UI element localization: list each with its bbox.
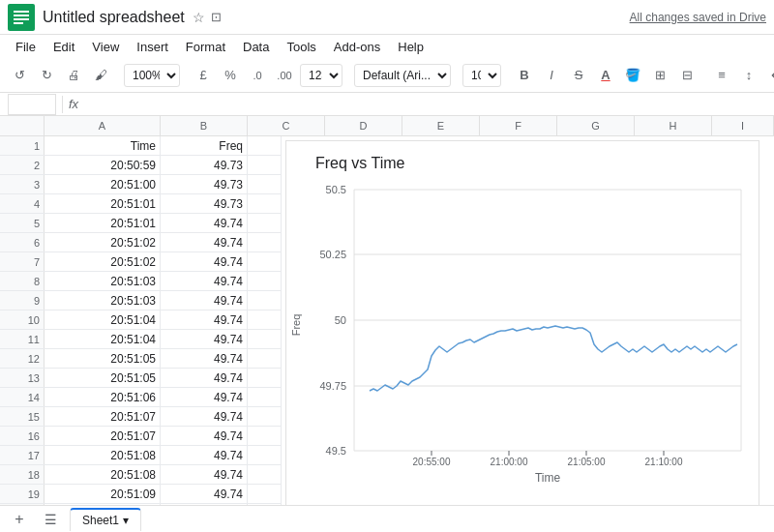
cell-freq[interactable]: 49.74 xyxy=(161,465,248,485)
bold-button[interactable]: B xyxy=(513,64,536,87)
cell-freq[interactable]: 49.74 xyxy=(161,272,248,291)
table-row[interactable]: 520:51:0149.74 xyxy=(0,214,281,233)
cell-freq[interactable]: 49.74 xyxy=(161,233,248,252)
currency-button[interactable]: £ xyxy=(192,64,215,87)
text-color-button[interactable]: A xyxy=(594,64,617,87)
col-header-h[interactable]: H xyxy=(635,116,712,135)
font-size-select[interactable]: 10 xyxy=(462,64,501,87)
table-row[interactable]: 1TimeFreq xyxy=(0,136,281,156)
col-header-f[interactable]: F xyxy=(480,116,557,135)
cell-time[interactable]: 20:51:01 xyxy=(45,214,161,233)
decimal-increase-button[interactable]: .00 xyxy=(273,64,296,87)
table-row[interactable]: 1820:51:0849.74 xyxy=(0,465,281,485)
cell-empty[interactable] xyxy=(248,156,281,175)
cell-empty[interactable] xyxy=(248,446,281,465)
cell-time[interactable]: 20:51:02 xyxy=(45,252,161,272)
cell-time[interactable]: 20:51:00 xyxy=(45,175,161,194)
cell-time[interactable]: 20:51:09 xyxy=(45,485,161,504)
cell-time[interactable]: 20:51:04 xyxy=(45,310,161,330)
strikethrough-button[interactable]: S xyxy=(567,64,590,87)
table-row[interactable]: 1220:51:0549.74 xyxy=(0,349,281,369)
cell-freq[interactable]: 49.74 xyxy=(161,388,248,407)
table-row[interactable]: 820:51:0349.74 xyxy=(0,272,281,291)
menu-addons[interactable]: Add-ons xyxy=(326,38,388,56)
align-button[interactable]: ≡ xyxy=(710,64,733,87)
fill-color-button[interactable]: 🪣 xyxy=(621,64,644,87)
percent-button[interactable]: % xyxy=(219,64,242,87)
cell-freq[interactable]: Freq xyxy=(161,136,248,156)
cell-time[interactable]: 20:51:06 xyxy=(45,388,161,407)
col-header-d[interactable]: D xyxy=(325,116,402,135)
cell-freq[interactable]: 49.74 xyxy=(161,504,248,505)
col-header-i[interactable]: I xyxy=(712,116,774,135)
menu-view[interactable]: View xyxy=(84,38,127,56)
cell-time[interactable]: 20:51:01 xyxy=(45,194,161,214)
cell-freq[interactable]: 49.74 xyxy=(161,407,248,427)
cell-time[interactable]: 20:51:05 xyxy=(45,369,161,388)
cell-empty[interactable] xyxy=(248,194,281,214)
table-row[interactable]: 2020:51:0949.74 xyxy=(0,504,281,505)
cell-empty[interactable] xyxy=(248,465,281,485)
cell-empty[interactable] xyxy=(248,349,281,369)
print-button[interactable]: 🖨 xyxy=(62,64,85,87)
table-row[interactable]: 420:51:0149.73 xyxy=(0,194,281,214)
cell-time[interactable]: Time xyxy=(45,136,161,156)
table-row[interactable]: 320:51:0049.73 xyxy=(0,175,281,194)
cell-empty[interactable] xyxy=(248,310,281,330)
col-header-g[interactable]: G xyxy=(557,116,635,135)
cell-freq[interactable]: 49.74 xyxy=(161,291,248,310)
decimal-decrease-button[interactable]: .0 xyxy=(246,64,269,87)
menu-format[interactable]: Format xyxy=(178,38,233,56)
cell-freq[interactable]: 49.73 xyxy=(161,156,248,175)
cell-time[interactable]: 20:51:05 xyxy=(45,349,161,369)
table-row[interactable]: 220:50:5949.73 xyxy=(0,156,281,175)
table-row[interactable]: 620:51:0249.74 xyxy=(0,233,281,252)
table-row[interactable]: 720:51:0249.74 xyxy=(0,252,281,272)
cell-time[interactable]: 20:51:08 xyxy=(45,465,161,485)
col-header-e[interactable]: E xyxy=(402,116,480,135)
cell-time[interactable]: 20:50:59 xyxy=(45,156,161,175)
menu-data[interactable]: Data xyxy=(235,38,277,56)
menu-file[interactable]: File xyxy=(8,38,44,56)
col-header-b[interactable]: B xyxy=(161,116,248,135)
cell-empty[interactable] xyxy=(248,369,281,388)
cell-time[interactable]: 20:51:02 xyxy=(45,233,161,252)
cell-freq[interactable]: 49.74 xyxy=(161,349,248,369)
cell-time[interactable]: 20:51:04 xyxy=(45,330,161,349)
cell-freq[interactable]: 49.74 xyxy=(161,310,248,330)
cell-empty[interactable] xyxy=(248,136,281,156)
cell-freq[interactable]: 49.74 xyxy=(161,427,248,446)
cell-empty[interactable] xyxy=(248,504,281,505)
formula-input[interactable] xyxy=(84,97,766,111)
add-sheet-button[interactable]: + xyxy=(8,508,31,531)
redo-button[interactable]: ↻ xyxy=(35,64,58,87)
cell-empty[interactable] xyxy=(248,175,281,194)
cell-freq[interactable]: 49.74 xyxy=(161,446,248,465)
cell-freq[interactable]: 49.74 xyxy=(161,330,248,349)
table-row[interactable]: 1320:51:0549.74 xyxy=(0,369,281,388)
cell-freq[interactable]: 49.73 xyxy=(161,194,248,214)
cell-time[interactable]: 20:51:07 xyxy=(45,427,161,446)
cell-time[interactable]: 20:51:03 xyxy=(45,291,161,310)
cell-empty[interactable] xyxy=(248,485,281,504)
valign-button[interactable]: ↕ xyxy=(737,64,760,87)
menu-edit[interactable]: Edit xyxy=(45,38,82,56)
cell-freq[interactable]: 49.74 xyxy=(161,252,248,272)
table-row[interactable]: 1420:51:0649.74 xyxy=(0,388,281,407)
table-row[interactable]: 920:51:0349.74 xyxy=(0,291,281,310)
chart-container[interactable]: Freq vs Time 50.5 50.25 50 49.75 xyxy=(281,136,774,505)
cell-reference-input[interactable] xyxy=(8,94,56,115)
sheet-tab-sheet1[interactable]: Sheet1 ▾ xyxy=(70,508,141,531)
wrap-button[interactable]: ↵ xyxy=(764,64,774,87)
menu-insert[interactable]: Insert xyxy=(129,38,176,56)
borders-button[interactable]: ⊞ xyxy=(648,64,671,87)
cell-empty[interactable] xyxy=(248,214,281,233)
sheets-list-button[interactable]: ☰ xyxy=(39,508,62,531)
cell-freq[interactable]: 49.74 xyxy=(161,485,248,504)
cell-empty[interactable] xyxy=(248,407,281,427)
star-icon[interactable]: ☆ xyxy=(193,10,205,25)
format-select[interactable]: 123 xyxy=(300,64,342,87)
cell-time[interactable]: 20:51:07 xyxy=(45,407,161,427)
cell-empty[interactable] xyxy=(248,272,281,291)
cell-empty[interactable] xyxy=(248,291,281,310)
